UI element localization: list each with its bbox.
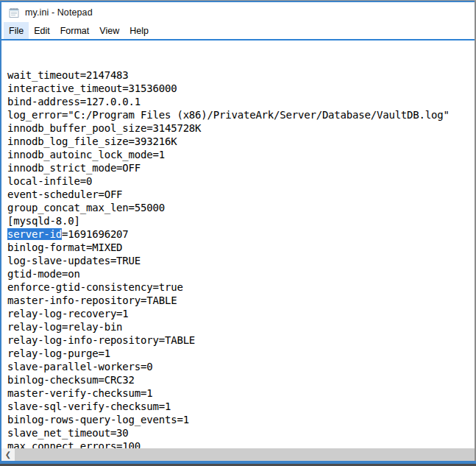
editor-line: relay-log-purge=1: [7, 347, 475, 360]
editor-line: max_connect_errors=100: [7, 439, 475, 448]
editor-text-area[interactable]: wait_timeout=2147483interactive_timeout=…: [1, 40, 475, 448]
notepad-window: my.ini - Notepad File Edit Format View H…: [0, 0, 476, 466]
editor-line: innodb_autoinc_lock_mode=1: [7, 148, 475, 161]
editor-line: innodb_buffer_pool_size=3145728K: [7, 121, 475, 135]
editor-line: log_error="C:/Program Files (x86)/Privat…: [7, 108, 475, 121]
selected-text: server-id: [7, 228, 62, 240]
title-bar: my.ini - Notepad: [1, 2, 475, 22]
editor-line: innodb_strict_mode=OFF: [7, 161, 475, 174]
editor-line: innodb_log_file_size=393216K: [7, 135, 475, 148]
editor-line: slave-sql-verify-checksum=1: [7, 400, 475, 413]
horizontal-scrollbar[interactable]: ❮: [1, 448, 475, 461]
editor-line: [mysqld-8.0]: [7, 214, 475, 227]
notepad-icon: [8, 7, 20, 18]
editor-line: relay-log=relay-bin: [7, 320, 475, 333]
editor-line: slave-parallel-workers=0: [7, 360, 475, 373]
menu-item-format[interactable]: Format: [55, 22, 95, 39]
editor-line: server-id=1691696207: [7, 227, 475, 241]
editor-line: bind-address=127.0.0.1: [7, 95, 475, 108]
editor-line: relay-log-recovery=1: [7, 307, 475, 320]
menu-item-file[interactable]: File: [4, 22, 29, 39]
scroll-left-button[interactable]: ❮: [1, 448, 15, 461]
menu-item-edit[interactable]: Edit: [29, 22, 55, 39]
chevron-left-icon: ❮: [5, 451, 11, 459]
editor-line: binlog-format=MIXED: [7, 241, 475, 254]
editor-line: group_concat_max_len=55000: [7, 201, 475, 214]
editor-line: local-infile=0: [7, 174, 475, 188]
editor-line: log-slave-updates=TRUE: [7, 254, 475, 267]
editor-line: wait_timeout=2147483: [7, 68, 475, 82]
menu-item-view[interactable]: View: [94, 22, 124, 39]
scrollbar-thumb[interactable]: [15, 448, 475, 461]
menu-bar: File Edit Format View Help: [1, 22, 475, 39]
editor-line: master-info-repository=TABLE: [7, 294, 475, 307]
editor-line: slave_net_timeout=30: [7, 426, 475, 439]
window-title: my.ini - Notepad: [25, 7, 93, 18]
editor-line: binlog-checksum=CRC32: [7, 373, 475, 386]
editor-line: binlog-rows-query-log_events=1: [7, 413, 475, 426]
editor-line: master-verify-checksum=1: [7, 386, 475, 400]
menu-item-help[interactable]: Help: [124, 22, 154, 39]
editor-line: interactive_timeout=31536000: [7, 82, 475, 95]
editor-line: gtid-mode=on: [7, 267, 475, 280]
editor-line: event-scheduler=OFF: [7, 188, 475, 201]
editor-lines: wait_timeout=2147483interactive_timeout=…: [7, 68, 475, 448]
editor-line: relay-log-info-repository=TABLE: [7, 333, 475, 347]
editor-line: enforce-gtid-consistency=true: [7, 280, 475, 294]
